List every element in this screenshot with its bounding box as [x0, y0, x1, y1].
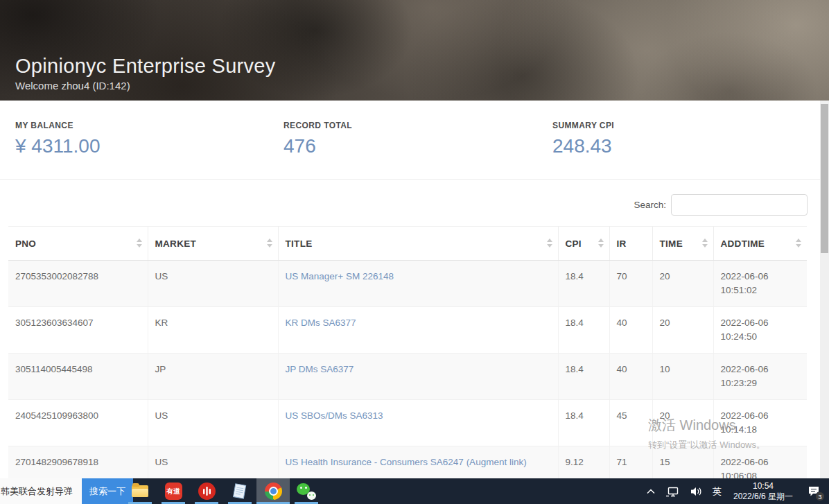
stat-label: RECORD TOTAL: [283, 121, 352, 130]
cell-ir: 45: [609, 400, 652, 446]
table-header-row: PNO MARKET TITLE CPI IR TIME ADDTIME: [8, 227, 807, 261]
music-app-icon: [198, 483, 216, 500]
cell-ir: 40: [609, 354, 652, 400]
table-row: 305123603634607 KR KR DMs SA6377 18.4 40…: [8, 307, 807, 354]
stat-summary-cpi: SUMMARY CPI 248.43: [552, 121, 614, 157]
taskbar-wechat[interactable]: [290, 478, 323, 504]
survey-title-link[interactable]: JP DMs SA6377: [286, 364, 354, 374]
stat-my-balance: MY BALANCE ¥ 4311.00: [15, 121, 101, 157]
stats-band: MY BALANCE ¥ 4311.00 RECORD TOTAL 476 SU…: [0, 101, 820, 180]
survey-table: PNO MARKET TITLE CPI IR TIME ADDTIME 270…: [8, 226, 807, 493]
taskbar-notepad[interactable]: [223, 478, 256, 504]
sort-icon: [137, 238, 142, 247]
cell-pno: 305123603634607: [8, 307, 148, 354]
cell-time: 20: [652, 261, 713, 307]
main-content: Search: PNO MARKET TITLE CPI IR TIME: [0, 180, 820, 478]
tray-volume[interactable]: [684, 478, 708, 504]
survey-title-link[interactable]: US SBOs/DMs SA6313: [286, 410, 383, 421]
page-scrollbar[interactable]: [820, 101, 829, 478]
cell-time: 20: [652, 400, 713, 446]
tray-ime-indicator[interactable]: 英: [708, 478, 726, 504]
stat-record-total: RECORD TOTAL 476: [283, 121, 352, 157]
taskbar-chrome[interactable]: [256, 478, 290, 504]
cell-ir: 40: [609, 307, 652, 354]
tray-network[interactable]: [661, 478, 684, 504]
sort-icon: [267, 238, 272, 247]
taskbar-file-explorer[interactable]: [123, 478, 157, 504]
page-title: Opinionyc Enterprise Survey: [15, 55, 276, 78]
sort-icon: [796, 238, 801, 247]
cell-pno: 305114005445498: [8, 354, 148, 400]
cell-time: 20: [652, 307, 713, 354]
taskbar-music-app[interactable]: [190, 478, 223, 504]
survey-table-wrap: PNO MARKET TITLE CPI IR TIME ADDTIME 270…: [8, 226, 807, 493]
cell-title: US Manager+ SM 226148: [278, 261, 558, 307]
table-row: 305114005445498 JP JP DMs SA6377 18.4 40…: [8, 354, 807, 400]
youdao-dict-icon: 有道: [165, 483, 182, 500]
cell-cpi: 18.4: [558, 307, 609, 354]
search-label: Search:: [634, 200, 666, 210]
cell-market: US: [148, 261, 278, 307]
survey-title-link[interactable]: US Health Insurance - Consumers SA6247 (…: [286, 457, 527, 467]
network-icon: [665, 486, 679, 497]
cell-market: KR: [148, 307, 278, 354]
wechat-icon: [297, 483, 316, 500]
notepad-icon: [232, 483, 248, 501]
hero-text-block: Opinionyc Enterprise Survey Welcome zhou…: [15, 55, 276, 92]
cell-market: US: [148, 400, 278, 446]
cell-title: JP DMs SA6377: [278, 354, 558, 400]
welcome-text: Welcome zhou4 (ID:142): [15, 80, 276, 92]
cell-pno: 2705353002082788: [8, 261, 148, 307]
col-header-title[interactable]: TITLE: [278, 227, 558, 261]
sort-icon: [702, 238, 708, 247]
tray-clock[interactable]: 10:54 2022/6/6 星期一: [726, 478, 800, 504]
hero-banner: Opinionyc Enterprise Survey Welcome zhou…: [0, 0, 829, 101]
file-explorer-icon: [132, 485, 148, 497]
stat-value: 248.43: [552, 135, 614, 157]
cell-addtime: 2022-06-06 10:51:02: [713, 261, 807, 307]
clock-time: 10:54: [733, 481, 793, 492]
cell-addtime: 2022-06-06 10:14:18: [713, 400, 807, 446]
cell-title: US SBOs/DMs SA6313: [278, 400, 558, 446]
table-row: 2405425109963800 US US SBOs/DMs SA6313 1…: [8, 400, 807, 446]
search-input[interactable]: [671, 194, 808, 216]
desktop-screen: Opinionyc Enterprise Survey Welcome zhou…: [0, 0, 829, 504]
cell-addtime: 2022-06-06 10:24:50: [713, 307, 807, 354]
cell-cpi: 18.4: [558, 400, 609, 446]
col-header-market[interactable]: MARKET: [148, 227, 278, 261]
table-row: 2705353002082788 US US Manager+ SM 22614…: [8, 261, 807, 307]
cell-market: JP: [148, 354, 278, 400]
taskbar-search-box[interactable]: 韩美联合发射导弹: [0, 478, 82, 504]
windows-taskbar: 韩美联合发射导弹 搜索一下 有道: [0, 478, 829, 504]
col-header-addtime[interactable]: ADDTIME: [713, 227, 807, 261]
cell-ir: 70: [609, 261, 652, 307]
stat-value: 476: [283, 135, 352, 157]
tray-action-center[interactable]: 3: [800, 478, 825, 504]
col-header-time[interactable]: TIME: [652, 227, 713, 261]
volume-icon: [689, 486, 703, 497]
taskbar-apps: 有道: [123, 478, 323, 504]
clock-date: 2022/6/6 星期一: [733, 492, 793, 502]
cell-cpi: 18.4: [558, 261, 609, 307]
cell-time: 10: [652, 354, 713, 400]
sort-icon: [547, 238, 552, 247]
scrollbar-thumb[interactable]: [821, 104, 828, 253]
stat-label: SUMMARY CPI: [552, 121, 614, 130]
cell-pno: 2405425109963800: [8, 400, 148, 446]
notification-badge: 3: [815, 492, 825, 501]
system-tray: 英 10:54 2022/6/6 星期一 3: [641, 478, 825, 504]
col-header-cpi[interactable]: CPI: [558, 227, 609, 261]
cell-addtime: 2022-06-06 10:23:29: [713, 354, 807, 400]
survey-title-link[interactable]: US Manager+ SM 226148: [286, 271, 394, 281]
stat-value: ¥ 4311.00: [15, 135, 101, 157]
col-header-ir[interactable]: IR: [609, 227, 652, 261]
taskbar-youdao[interactable]: 有道: [157, 478, 190, 504]
chrome-icon: [265, 483, 282, 500]
table-search: Search:: [634, 194, 808, 216]
chevron-up-icon: [646, 488, 656, 495]
stat-label: MY BALANCE: [15, 121, 101, 130]
tray-show-hidden-icons[interactable]: [641, 478, 661, 504]
cell-cpi: 18.4: [558, 354, 609, 400]
col-header-pno[interactable]: PNO: [8, 227, 148, 261]
survey-title-link[interactable]: KR DMs SA6377: [286, 318, 356, 328]
